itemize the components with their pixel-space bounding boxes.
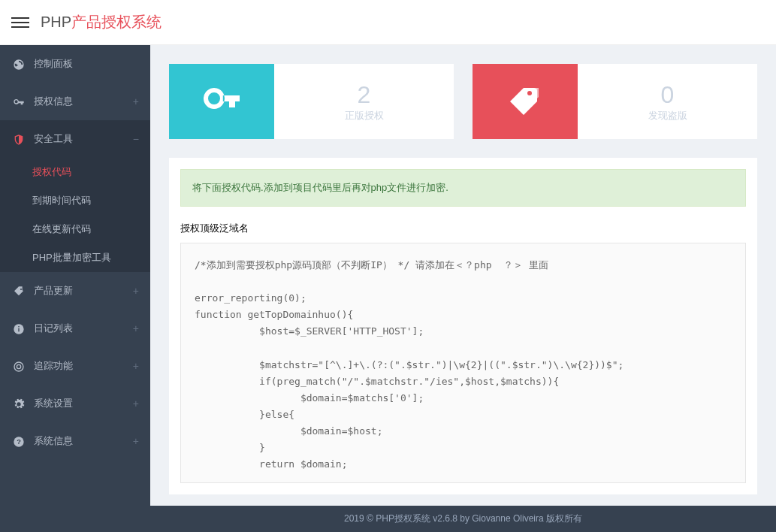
- stat-card-authorized[interactable]: 2 正版授权: [169, 64, 454, 139]
- section-title: 授权顶级泛域名: [180, 222, 746, 235]
- sidebar-item-security[interactable]: 安全工具 −: [0, 120, 150, 158]
- sidebar-item-label: 日记列表: [34, 322, 133, 335]
- submenu-item-auth-code[interactable]: 授权代码: [0, 158, 150, 186]
- expand-icon: +: [133, 360, 139, 372]
- sidebar-item-label: 安全工具: [34, 132, 133, 146]
- expand-icon: +: [133, 397, 139, 410]
- stat-value: 0: [661, 81, 675, 109]
- key-icon: [169, 64, 274, 139]
- key-icon: [11, 95, 26, 107]
- svg-point-4: [17, 364, 20, 368]
- submenu-item-encrypt-tool[interactable]: PHP批量加密工具: [0, 243, 150, 272]
- shield-icon: [11, 132, 26, 145]
- sidebar-item-product-update[interactable]: 产品更新 +: [0, 272, 150, 310]
- sidebar-item-label: 控制面板: [34, 57, 139, 71]
- submenu-item-expire-code[interactable]: 到期时间代码: [0, 186, 150, 215]
- gear-icon: [11, 397, 26, 410]
- question-icon: ?: [11, 434, 26, 447]
- svg-rect-2: [18, 326, 19, 327]
- footer: 2019 © PHP授权系统 v2.6.8 by Giovanne Olivei…: [150, 506, 776, 532]
- menu-toggle-icon[interactable]: [11, 14, 29, 31]
- sidebar-item-settings[interactable]: 系统设置 +: [0, 385, 150, 422]
- tags-icon: [473, 64, 578, 139]
- expand-icon: +: [133, 322, 139, 334]
- sidebar-item-label: 追踪功能: [34, 359, 133, 373]
- code-panel: 将下面授权代码.添加到项目代码里后再对php文件进行加密. 授权顶级泛域名 /*…: [169, 158, 757, 494]
- stats-row: 2 正版授权 0 发现盗版: [169, 64, 757, 139]
- dashboard-icon: [11, 57, 26, 70]
- tag-icon: [11, 284, 26, 297]
- submenu-item-update-code[interactable]: 在线更新代码: [0, 215, 150, 243]
- stat-value: 2: [358, 81, 371, 109]
- collapse-icon: −: [133, 133, 139, 145]
- stat-card-pirated[interactable]: 0 发现盗版: [473, 64, 757, 139]
- sidebar-item-system-info[interactable]: ? 系统信息 +: [0, 422, 150, 460]
- sidebar-item-label: 系统信息: [34, 434, 133, 448]
- svg-text:?: ?: [17, 438, 21, 446]
- sidebar-item-logs[interactable]: 日记列表 +: [0, 310, 150, 347]
- target-icon: [11, 359, 26, 372]
- main-content: 2 正版授权 0 发现盗版 将下面授权代码.添加到项目代码里后再对php文件进行…: [150, 45, 776, 532]
- info-icon: [11, 322, 26, 334]
- svg-rect-1: [18, 328, 19, 331]
- submenu-security: 授权代码 到期时间代码 在线更新代码 PHP批量加密工具: [0, 158, 150, 272]
- expand-icon: +: [133, 95, 139, 107]
- expand-icon: +: [133, 285, 139, 297]
- sidebar: 控制面板 授权信息 + 安全工具 − 授权代码 到期时间代码 在线更新代码 PH…: [0, 45, 150, 532]
- sidebar-item-dashboard[interactable]: 控制面板: [0, 45, 150, 83]
- alert-success: 将下面授权代码.添加到项目代码里后再对php文件进行加密.: [180, 169, 746, 207]
- sidebar-item-label: 产品更新: [34, 284, 133, 298]
- stat-label: 发现盗版: [648, 109, 687, 122]
- sidebar-item-label: 系统设置: [34, 397, 133, 410]
- code-block[interactable]: /*添加到需要授权php源码顶部（不判断IP） */ 请添加在＜？php ？＞ …: [180, 243, 746, 483]
- brand-title: PHP产品授权系统: [41, 12, 162, 32]
- svg-point-3: [14, 362, 23, 371]
- header: PHP产品授权系统: [0, 0, 776, 45]
- sidebar-item-label: 授权信息: [34, 95, 133, 108]
- sidebar-item-auth-info[interactable]: 授权信息 +: [0, 83, 150, 120]
- sidebar-item-track[interactable]: 追踪功能 +: [0, 347, 150, 385]
- expand-icon: +: [133, 435, 139, 447]
- stat-label: 正版授权: [345, 109, 384, 122]
